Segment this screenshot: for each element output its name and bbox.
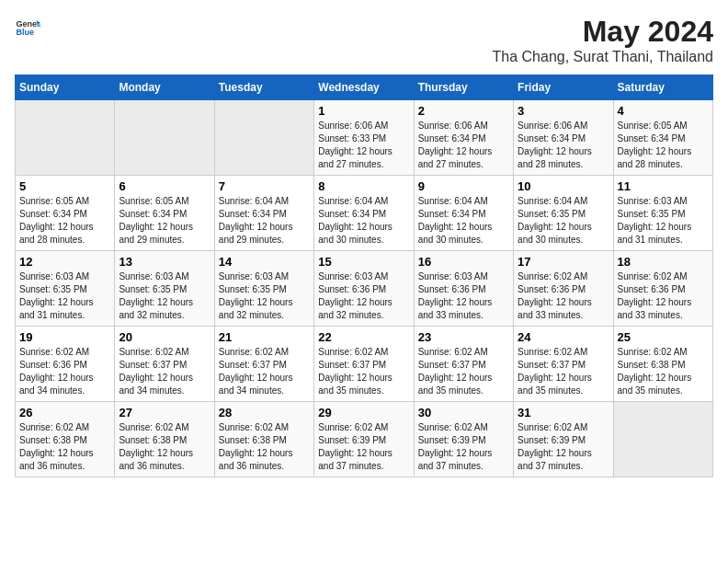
day-cell: 4Sunrise: 6:05 AM Sunset: 6:34 PM Daylig… [613, 100, 712, 176]
day-info: Sunrise: 6:02 AM Sunset: 6:37 PM Dayligh… [418, 346, 509, 397]
day-header-thursday: Thursday [414, 75, 513, 100]
day-number: 14 [219, 255, 310, 269]
day-number: 29 [318, 406, 409, 419]
day-number: 5 [19, 179, 110, 193]
day-cell: 1Sunrise: 6:06 AM Sunset: 6:33 PM Daylig… [314, 100, 414, 176]
week-row-5: 26Sunrise: 6:02 AM Sunset: 6:38 PM Dayli… [16, 402, 713, 477]
day-number: 13 [119, 255, 210, 269]
day-cell: 19Sunrise: 6:02 AM Sunset: 6:36 PM Dayli… [16, 327, 115, 402]
day-cell: 14Sunrise: 6:03 AM Sunset: 6:35 PM Dayli… [214, 251, 313, 327]
day-number: 8 [318, 179, 409, 193]
day-cell: 8Sunrise: 6:04 AM Sunset: 6:34 PM Daylig… [314, 176, 414, 251]
subtitle: Tha Chang, Surat Thani, Thailand [493, 49, 713, 65]
week-row-2: 5Sunrise: 6:05 AM Sunset: 6:34 PM Daylig… [16, 176, 713, 251]
day-cell: 23Sunrise: 6:02 AM Sunset: 6:37 PM Dayli… [414, 327, 513, 402]
day-info: Sunrise: 6:02 AM Sunset: 6:36 PM Dayligh… [618, 270, 709, 322]
day-number: 4 [618, 104, 709, 118]
title-section: May 2024 Tha Chang, Surat Thani, Thailan… [493, 15, 713, 65]
day-header-friday: Friday [514, 75, 613, 100]
day-info: Sunrise: 6:06 AM Sunset: 6:34 PM Dayligh… [518, 120, 609, 171]
day-info: Sunrise: 6:03 AM Sunset: 6:35 PM Dayligh… [119, 270, 210, 322]
day-cell: 27Sunrise: 6:02 AM Sunset: 6:38 PM Dayli… [115, 402, 214, 477]
day-cell [16, 100, 115, 176]
week-row-4: 19Sunrise: 6:02 AM Sunset: 6:36 PM Dayli… [16, 327, 713, 402]
day-number: 15 [318, 255, 409, 269]
day-cell: 20Sunrise: 6:02 AM Sunset: 6:37 PM Dayli… [115, 327, 214, 402]
day-cell: 28Sunrise: 6:02 AM Sunset: 6:38 PM Dayli… [214, 402, 313, 477]
day-number: 3 [518, 104, 609, 118]
day-info: Sunrise: 6:03 AM Sunset: 6:35 PM Dayligh… [19, 270, 110, 322]
day-info: Sunrise: 6:05 AM Sunset: 6:34 PM Dayligh… [119, 195, 210, 247]
day-number: 12 [19, 255, 110, 269]
day-info: Sunrise: 6:03 AM Sunset: 6:35 PM Dayligh… [618, 195, 709, 247]
day-cell [115, 100, 214, 176]
day-cell: 30Sunrise: 6:02 AM Sunset: 6:39 PM Dayli… [414, 402, 513, 477]
day-cell: 24Sunrise: 6:02 AM Sunset: 6:37 PM Dayli… [514, 327, 613, 402]
day-cell: 22Sunrise: 6:02 AM Sunset: 6:37 PM Dayli… [314, 327, 414, 402]
day-cell: 5Sunrise: 6:05 AM Sunset: 6:34 PM Daylig… [16, 176, 115, 251]
day-number: 9 [418, 179, 509, 193]
day-info: Sunrise: 6:02 AM Sunset: 6:39 PM Dayligh… [418, 421, 509, 473]
day-number: 30 [418, 406, 509, 419]
day-number: 28 [219, 406, 310, 419]
day-number: 1 [318, 104, 409, 118]
day-cell [613, 402, 712, 477]
day-number: 2 [418, 104, 509, 118]
day-info: Sunrise: 6:05 AM Sunset: 6:34 PM Dayligh… [19, 195, 110, 247]
day-number: 10 [518, 179, 609, 193]
day-cell: 26Sunrise: 6:02 AM Sunset: 6:38 PM Dayli… [16, 402, 115, 477]
day-cell: 2Sunrise: 6:06 AM Sunset: 6:34 PM Daylig… [414, 100, 513, 176]
day-number: 20 [119, 330, 210, 344]
day-info: Sunrise: 6:02 AM Sunset: 6:38 PM Dayligh… [219, 421, 310, 473]
day-info: Sunrise: 6:02 AM Sunset: 6:37 PM Dayligh… [318, 346, 409, 397]
day-cell: 7Sunrise: 6:04 AM Sunset: 6:34 PM Daylig… [214, 176, 313, 251]
logo-icon: General Blue [15, 15, 40, 40]
day-number: 23 [418, 330, 509, 344]
day-cell: 11Sunrise: 6:03 AM Sunset: 6:35 PM Dayli… [613, 176, 712, 251]
header: General Blue May 2024 Tha Chang, Surat T… [15, 15, 713, 65]
day-number: 7 [219, 179, 310, 193]
day-header-wednesday: Wednesday [314, 75, 414, 100]
day-info: Sunrise: 6:04 AM Sunset: 6:35 PM Dayligh… [518, 195, 609, 247]
day-cell: 12Sunrise: 6:03 AM Sunset: 6:35 PM Dayli… [16, 251, 115, 327]
day-cell: 3Sunrise: 6:06 AM Sunset: 6:34 PM Daylig… [514, 100, 613, 176]
day-info: Sunrise: 6:03 AM Sunset: 6:36 PM Dayligh… [318, 270, 409, 322]
svg-text:Blue: Blue [16, 28, 34, 37]
day-info: Sunrise: 6:02 AM Sunset: 6:37 PM Dayligh… [219, 346, 310, 397]
day-header-monday: Monday [115, 75, 214, 100]
day-number: 6 [119, 179, 210, 193]
day-info: Sunrise: 6:04 AM Sunset: 6:34 PM Dayligh… [219, 195, 310, 247]
day-cell: 9Sunrise: 6:04 AM Sunset: 6:34 PM Daylig… [414, 176, 513, 251]
day-info: Sunrise: 6:03 AM Sunset: 6:35 PM Dayligh… [219, 270, 310, 322]
day-number: 24 [518, 330, 609, 344]
week-row-1: 1Sunrise: 6:06 AM Sunset: 6:33 PM Daylig… [16, 100, 713, 176]
calendar-table: SundayMondayTuesdayWednesdayThursdayFrid… [15, 75, 713, 477]
day-cell: 25Sunrise: 6:02 AM Sunset: 6:38 PM Dayli… [613, 327, 712, 402]
day-cell: 18Sunrise: 6:02 AM Sunset: 6:36 PM Dayli… [613, 251, 712, 327]
day-info: Sunrise: 6:05 AM Sunset: 6:34 PM Dayligh… [618, 120, 709, 171]
day-header-saturday: Saturday [613, 75, 712, 100]
day-number: 31 [518, 406, 609, 419]
day-number: 22 [318, 330, 409, 344]
day-info: Sunrise: 6:02 AM Sunset: 6:38 PM Dayligh… [119, 421, 210, 473]
day-cell: 6Sunrise: 6:05 AM Sunset: 6:34 PM Daylig… [115, 176, 214, 251]
day-number: 19 [19, 330, 110, 344]
day-cell: 10Sunrise: 6:04 AM Sunset: 6:35 PM Dayli… [514, 176, 613, 251]
day-number: 21 [219, 330, 310, 344]
day-cell: 21Sunrise: 6:02 AM Sunset: 6:37 PM Dayli… [214, 327, 313, 402]
day-info: Sunrise: 6:02 AM Sunset: 6:36 PM Dayligh… [19, 346, 110, 397]
day-cell: 15Sunrise: 6:03 AM Sunset: 6:36 PM Dayli… [314, 251, 414, 327]
day-number: 18 [618, 255, 709, 269]
day-info: Sunrise: 6:02 AM Sunset: 6:39 PM Dayligh… [518, 421, 609, 473]
day-info: Sunrise: 6:02 AM Sunset: 6:38 PM Dayligh… [19, 421, 110, 473]
day-info: Sunrise: 6:02 AM Sunset: 6:37 PM Dayligh… [119, 346, 210, 397]
week-row-3: 12Sunrise: 6:03 AM Sunset: 6:35 PM Dayli… [16, 251, 713, 327]
day-number: 27 [119, 406, 210, 419]
day-number: 16 [418, 255, 509, 269]
day-number: 25 [618, 330, 709, 344]
day-number: 11 [618, 179, 709, 193]
day-header-sunday: Sunday [16, 75, 115, 100]
day-info: Sunrise: 6:02 AM Sunset: 6:37 PM Dayligh… [518, 346, 609, 397]
day-info: Sunrise: 6:06 AM Sunset: 6:34 PM Dayligh… [418, 120, 509, 171]
logo: General Blue [15, 15, 40, 40]
